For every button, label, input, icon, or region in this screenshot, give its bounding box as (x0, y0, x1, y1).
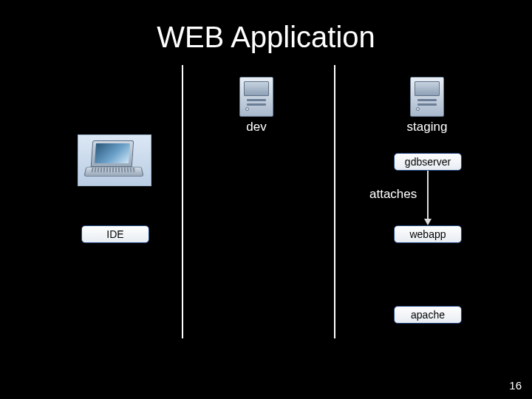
divider-right (334, 65, 335, 338)
webapp-box: webapp (394, 225, 462, 243)
page-title: WEB Application (0, 21, 532, 54)
divider-left (182, 65, 183, 338)
ide-box: IDE (81, 225, 149, 243)
apache-box: apache (394, 306, 462, 324)
arrow-attaches (427, 171, 429, 219)
server-icon (236, 72, 276, 118)
dev-label: dev (236, 120, 276, 134)
server-icon (407, 72, 447, 118)
gdbserver-box: gdbserver (394, 153, 462, 171)
arrow-attaches-head (424, 219, 432, 225)
attaches-label: attaches (369, 187, 429, 202)
client-laptop-icon (78, 134, 151, 186)
page-number: 16 (509, 379, 522, 392)
staging-label: staging (399, 120, 455, 134)
